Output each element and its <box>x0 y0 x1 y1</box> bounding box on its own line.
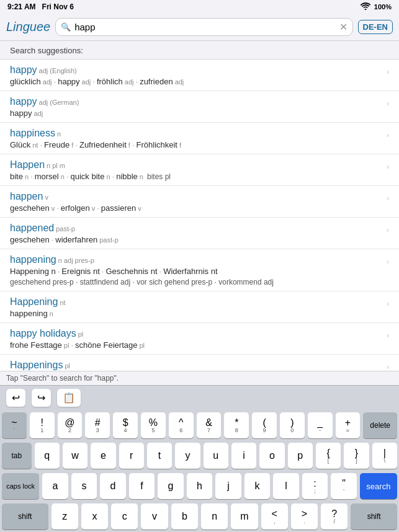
paste-button[interactable]: 📋 <box>57 389 81 407</box>
row-arrow: › <box>387 128 389 140</box>
keyboard-toolbar: ↩ ↪ 📋 <box>0 385 399 410</box>
key-k[interactable]: k <box>244 473 271 499</box>
key-g[interactable]: g <box>158 473 184 499</box>
keyboard-row-1: ~` !1 @2 #3 $4 %5 ^6 &7 *8 (9 )0 _- += d… <box>2 412 397 438</box>
key-lbrace[interactable]: {[ <box>316 443 341 469</box>
key-y[interactable]: y <box>175 443 200 469</box>
row-arrow: › <box>387 296 389 308</box>
key-caret[interactable]: ^6 <box>169 412 194 438</box>
key-o[interactable]: o <box>259 443 284 469</box>
key-c[interactable]: c <box>111 503 138 530</box>
key-x[interactable]: x <box>81 503 108 530</box>
language-toggle[interactable]: DE-EN <box>358 20 393 34</box>
result-happen-n[interactable]: Happen n pl m bite n · morsel n · quick … <box>0 154 399 186</box>
key-lparen[interactable]: (9 <box>252 412 277 438</box>
key-plus[interactable]: += <box>336 412 361 438</box>
caps-lock-key[interactable]: caps lock <box>2 473 39 499</box>
key-hash[interactable]: #3 <box>85 412 110 438</box>
key-underscore[interactable]: _- <box>308 412 333 438</box>
key-qmark[interactable]: ?/ <box>321 503 347 530</box>
key-tilde[interactable]: ~` <box>2 412 27 438</box>
keyboard-row-4: shift z x c v b n m <, >. ?/ shift <box>2 503 397 530</box>
key-v[interactable]: v <box>141 503 168 530</box>
key-s[interactable]: s <box>71 473 97 499</box>
key-m[interactable]: m <box>231 503 258 530</box>
row-arrow: › <box>387 328 389 340</box>
tip-bar: Tap "Search" to search for "happ". <box>0 371 399 385</box>
row-arrow: › <box>387 360 389 371</box>
row-arrow: › <box>387 191 389 203</box>
key-a[interactable]: a <box>42 473 68 499</box>
result-happen-v[interactable]: happen v geschehen v · erfolgen v · pass… <box>0 186 399 218</box>
clear-button[interactable]: ✕ <box>339 21 347 33</box>
results-list: happy adj (English) glücklich adj · happ… <box>0 60 399 371</box>
key-u[interactable]: u <box>204 443 228 469</box>
key-dollar[interactable]: $4 <box>113 412 138 438</box>
row-arrow: › <box>387 64 389 76</box>
search-key[interactable]: search <box>360 473 397 499</box>
search-icon: 🔍 <box>61 22 71 32</box>
key-at[interactable]: @2 <box>58 412 83 438</box>
key-excl[interactable]: !1 <box>30 412 55 438</box>
keyboard: ~` !1 @2 #3 $4 %5 ^6 &7 *8 (9 )0 _- += d… <box>0 410 399 532</box>
key-e[interactable]: e <box>91 443 115 469</box>
search-box[interactable]: 🔍 ✕ <box>55 18 352 36</box>
result-happening-n[interactable]: happening n adj pres-p Happening n · Ere… <box>0 249 399 291</box>
key-h[interactable]: h <box>187 473 213 499</box>
key-b[interactable]: b <box>171 503 198 530</box>
key-q[interactable]: q <box>35 443 60 469</box>
row-arrow: › <box>387 159 389 171</box>
key-pipe[interactable]: |\ <box>372 443 397 469</box>
tab-key[interactable]: tab <box>2 443 31 469</box>
key-z[interactable]: z <box>52 503 78 530</box>
key-lt[interactable]: <, <box>261 503 288 530</box>
row-arrow: › <box>387 96 389 108</box>
key-n[interactable]: n <box>201 503 228 530</box>
result-happenings[interactable]: Happenings pl happenings pl › <box>0 355 399 371</box>
result-happy-holidays[interactable]: happy holidays pl frohe Festtage pl · sc… <box>0 323 399 355</box>
search-input[interactable] <box>74 22 335 32</box>
key-rparen[interactable]: )0 <box>280 412 305 438</box>
row-arrow: › <box>387 223 389 234</box>
wifi-icon <box>361 2 370 11</box>
key-p[interactable]: p <box>288 443 313 469</box>
delete-key[interactable]: delete <box>363 412 397 438</box>
status-bar: 9:21 AM Fri Nov 6 100% <box>0 0 399 14</box>
key-l[interactable]: l <box>273 473 299 499</box>
status-time: 9:21 AM Fri Nov 6 <box>7 2 74 11</box>
key-i[interactable]: i <box>231 443 256 469</box>
row-arrow: › <box>387 254 389 266</box>
battery-text: 100% <box>374 3 392 11</box>
key-d[interactable]: d <box>100 473 126 499</box>
key-percent[interactable]: %5 <box>141 412 166 438</box>
redo-button[interactable]: ↪ <box>32 389 51 407</box>
nav-bar: Linguee 🔍 ✕ DE-EN <box>0 14 399 41</box>
keyboard-row-2: tab q w e r t y u i o p {[ }] |\ <box>2 443 397 469</box>
undo-button[interactable]: ↩ <box>6 389 25 407</box>
key-amp[interactable]: &7 <box>197 412 222 438</box>
result-happening-nt[interactable]: Happening nt happening n › <box>0 291 399 323</box>
suggestions-label: Search suggestions: <box>0 41 399 60</box>
result-happy-en[interactable]: happy adj (English) glücklich adj · happ… <box>0 60 399 91</box>
key-gt[interactable]: >. <box>291 503 318 530</box>
keyboard-row-3: caps lock a s d f g h j k l :; "' search <box>2 473 397 499</box>
shift-right-key[interactable]: shift <box>351 503 397 530</box>
shift-left-key[interactable]: shift <box>2 503 48 530</box>
result-happiness[interactable]: happiness n Glück nt · Freude f · Zufrie… <box>0 123 399 154</box>
key-colon[interactable]: :; <box>302 473 328 499</box>
key-r[interactable]: r <box>119 443 144 469</box>
key-dquote[interactable]: "' <box>331 473 357 499</box>
result-happened[interactable]: happened past-p geschehen · widerfahren … <box>0 218 399 249</box>
app-logo: Linguee <box>6 20 50 34</box>
result-happy-de[interactable]: happy adj (German) happy adj › <box>0 91 399 123</box>
key-t[interactable]: t <box>147 443 172 469</box>
key-j[interactable]: j <box>215 473 241 499</box>
key-w[interactable]: w <box>63 443 87 469</box>
key-f[interactable]: f <box>129 473 155 499</box>
key-star[interactable]: *8 <box>224 412 249 438</box>
key-rbrace[interactable]: }] <box>344 443 369 469</box>
